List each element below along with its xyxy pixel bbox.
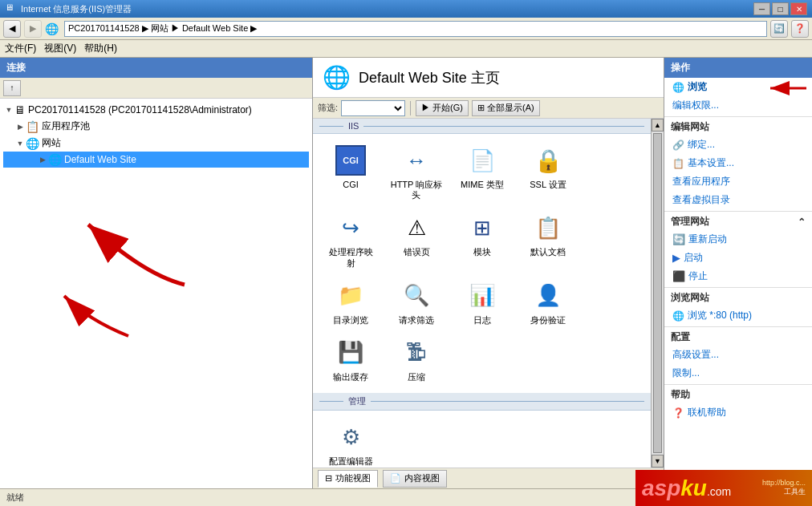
icon-http-response[interactable]: ↔ HTTP 响应标头	[385, 140, 448, 204]
start-button[interactable]: ▶ 开始(G)	[416, 100, 469, 116]
edit-perm-link[interactable]: 编辑权限...	[664, 96, 812, 115]
view-virt-label: 查看虚拟目录	[672, 193, 730, 207]
http-label: HTTP 响应标头	[391, 180, 443, 200]
address-path: PC20170114​1528 ▶ 网站 ▶ Default Web Site …	[68, 22, 257, 34]
tree-expand-root[interactable]: ▼	[3, 104, 14, 115]
log-label: 日志	[473, 315, 491, 326]
advanced-settings-link[interactable]: 高级设置...	[664, 346, 812, 364]
tab-feature-view[interactable]: ⊟ 功能视图	[318, 470, 378, 488]
mime-icon: 📄	[466, 144, 498, 176]
scroll-up-button[interactable]: ▲	[652, 119, 664, 132]
icon-error[interactable]: ⚠ 错误页	[385, 208, 448, 272]
http-icon: ↔	[400, 144, 432, 176]
icon-dir-browse[interactable]: 📁 目录浏览	[319, 276, 382, 330]
browse-link[interactable]: 🌐 浏览	[664, 78, 812, 96]
tree-label-sites: 网站	[42, 136, 61, 150]
sites-icon: 🌐	[26, 137, 39, 150]
browse-label: 浏览	[688, 80, 707, 94]
tree-node-default-site[interactable]: ▶ 🌐 Default Web Site	[3, 152, 309, 168]
watermark-url: http://blog.c...	[762, 479, 806, 487]
browse-80-link[interactable]: 🌐 浏览 *:80 (http)	[664, 306, 812, 325]
online-help-label: 联机帮助	[688, 406, 726, 419]
show-all-button[interactable]: ⊞ 全部显示(A)	[472, 100, 540, 116]
connection-header: 连接	[0, 58, 312, 78]
refresh-button[interactable]: 🔄	[770, 20, 788, 38]
scroll-thumb[interactable]	[653, 133, 662, 453]
content-scroll-area: IIS CGI CGI ↔ HTTP 响应标	[313, 119, 664, 468]
stop-link[interactable]: ⬛ 停止	[664, 267, 812, 285]
section-header-manage: 管理	[313, 393, 651, 411]
scroll-down-button[interactable]: ▼	[652, 455, 664, 468]
icon-output-cache[interactable]: 💾 输出缓存	[319, 333, 382, 387]
minimize-button[interactable]: ─	[753, 2, 770, 15]
menu-file[interactable]: 文件(F)	[5, 42, 36, 55]
manage-icons-grid: ⚙ 配置编辑器	[313, 411, 651, 468]
browse-80-icon: 🌐	[672, 310, 684, 322]
filter-bar: 筛选: ▶ 开始(G) ⊞ 全部显示(A)	[313, 98, 664, 119]
menu-view[interactable]: 视图(V)	[44, 42, 76, 55]
main-layout: 连接 ↑ ▼ 🖥 PC201701141528 (PC201701141528\…	[0, 58, 812, 488]
address-input[interactable]: PC20170114​1528 ▶ 网站 ▶ Default Web Site …	[64, 21, 767, 37]
left-toolbar: ↑	[0, 78, 312, 99]
tree-expand-sites[interactable]: ▼	[14, 138, 26, 149]
icon-mime[interactable]: 📄 MIME 类型	[451, 140, 514, 204]
icon-default-doc[interactable]: 📋 默认文档	[517, 208, 579, 272]
close-button[interactable]: ✕	[790, 2, 807, 15]
help-icon: ❓	[672, 407, 684, 419]
maximize-button[interactable]: □	[772, 2, 789, 15]
content-header: 🌐 Default Web Site 主页	[313, 58, 664, 98]
icon-config-editor[interactable]: ⚙ 配置编辑器	[319, 417, 382, 468]
help-button[interactable]: ❓	[791, 20, 809, 38]
forward-button[interactable]: ▶	[24, 20, 42, 38]
restart-link[interactable]: 🔄 重新启动	[664, 230, 812, 249]
tab-content-view[interactable]: 📄 内容视图	[383, 470, 447, 488]
tree-node-sites[interactable]: ▼ 🌐 网站	[3, 135, 309, 152]
icon-auth[interactable]: 👤 身份验证	[517, 276, 579, 330]
log-icon: 📊	[466, 280, 498, 312]
config-section: 配置	[664, 326, 812, 346]
menu-bar: 文件(F) 视图(V) 帮助(H)	[0, 40, 812, 58]
back-button[interactable]: ◀	[3, 20, 21, 38]
icon-req-filter[interactable]: 🔍 请求筛选	[385, 276, 448, 330]
go-up-button[interactable]: ↑	[3, 80, 21, 96]
icon-handler[interactable]: ↪ 处理程序映射	[319, 208, 382, 272]
apppool-icon: 📋	[26, 120, 39, 133]
view-virt-link[interactable]: 查看虚拟目录	[664, 191, 812, 209]
bind-link[interactable]: 🔗 绑定...	[664, 136, 812, 154]
browse-website-section: 浏览网站	[664, 287, 812, 306]
start-link[interactable]: ▶ 启动	[664, 249, 812, 267]
title-bar: 🖥 Internet 信息服务(IIS)管理器 ─ □ ✕	[0, 0, 812, 18]
stop-icon: ⬛	[672, 270, 685, 282]
icon-module[interactable]: ⊞ 模块	[451, 208, 514, 272]
tree-expand-apppool[interactable]: ▶	[14, 121, 26, 132]
menu-help[interactable]: 帮助(H)	[84, 42, 117, 55]
title-bar-buttons: ─ □ ✕	[753, 2, 807, 15]
error-label: 错误页	[404, 247, 430, 257]
server-icon: 🖥	[14, 103, 26, 116]
icon-cgi[interactable]: CGI CGI	[319, 140, 382, 204]
limit-link[interactable]: 限制...	[664, 364, 812, 383]
tree-expand-default[interactable]: ▶	[37, 154, 48, 165]
auth-label: 身份验证	[530, 315, 566, 326]
online-help-link[interactable]: ❓ 联机帮助	[664, 403, 812, 422]
filter-dropdown[interactable]	[341, 100, 405, 116]
dir-browse-label: 目录浏览	[333, 315, 368, 326]
handler-icon: ↪	[335, 212, 367, 244]
cgi-label: CGI	[343, 180, 359, 190]
basic-settings-link[interactable]: 📋 基本设置...	[664, 154, 812, 172]
icon-ssl[interactable]: 🔒 SSL 设置	[517, 140, 579, 204]
tree-node-root[interactable]: ▼ 🖥 PC201701141528 (PC201701141528\Admin…	[3, 102, 309, 118]
restart-icon: 🔄	[672, 233, 685, 245]
restart-label: 重新启动	[688, 233, 727, 246]
icon-log[interactable]: 📊 日志	[451, 276, 514, 330]
req-filter-icon: 🔍	[400, 280, 432, 312]
tree-node-apppool[interactable]: ▶ 📋 应用程序池	[3, 118, 309, 135]
output-cache-label: 输出缓存	[333, 372, 368, 383]
icon-compress[interactable]: 🗜 压缩	[385, 333, 448, 387]
scrollbar[interactable]: ▲ ▼	[651, 119, 664, 468]
edit-perm-label: 编辑权限...	[672, 99, 719, 112]
edit-website-section: 编辑网站	[664, 116, 812, 136]
tree-label-apppool: 应用程序池	[42, 119, 90, 133]
view-apps-link[interactable]: 查看应用程序	[664, 172, 812, 191]
collapse-icon[interactable]: ⌃	[798, 217, 806, 228]
